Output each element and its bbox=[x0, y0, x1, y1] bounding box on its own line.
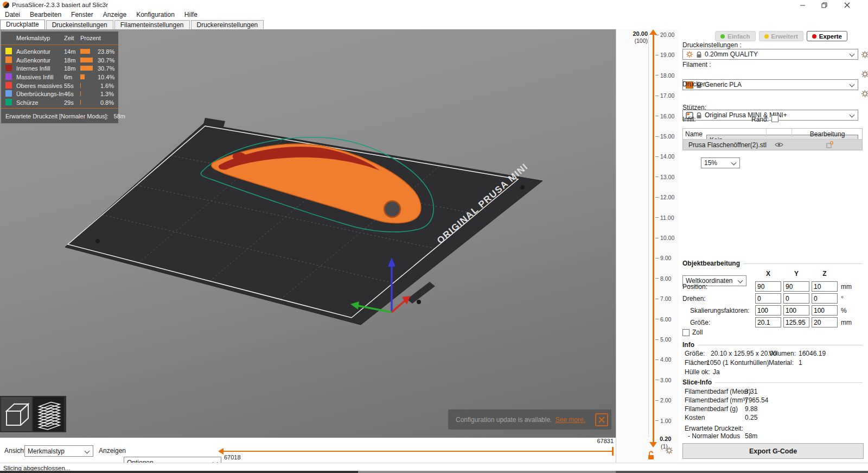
legend-header-type: Merkmalstyp bbox=[16, 35, 64, 41]
value-x-input[interactable] bbox=[755, 281, 781, 292]
title-bar: PrusaSlicer-2.3.3 basiert auf Slic3r bbox=[0, 0, 868, 10]
tick-label: 4.00 bbox=[660, 356, 671, 363]
material-label: Material: bbox=[769, 359, 794, 367]
feature-color-swatch bbox=[5, 90, 12, 97]
view-select[interactable]: Merkmalstyp bbox=[24, 445, 93, 457]
close-button[interactable] bbox=[838, 0, 856, 10]
layers-icon bbox=[35, 399, 63, 430]
unit-label: mm bbox=[841, 319, 852, 326]
volume-value: 16046.19 bbox=[799, 350, 826, 357]
editor-view-thumbnail[interactable] bbox=[1, 397, 32, 431]
value-z-input[interactable] bbox=[812, 317, 838, 327]
menu-item[interactable]: Fenster bbox=[66, 10, 98, 20]
value-y-input[interactable] bbox=[783, 317, 809, 327]
legend-row: Internes Infill 18m 30.7% bbox=[5, 64, 114, 73]
mode-button[interactable]: Einfach bbox=[715, 31, 756, 41]
infill-select[interactable]: 15% bbox=[701, 157, 740, 168]
mode-button[interactable]: Experte bbox=[807, 31, 847, 41]
legend-rows: Außenkontur 14m 23.8% Außenkontur 18m 30… bbox=[5, 47, 114, 107]
volume-label: Volumen: bbox=[769, 350, 796, 357]
tick-dash bbox=[655, 380, 659, 380]
value-x-input[interactable] bbox=[755, 293, 781, 304]
tick-dash bbox=[655, 258, 659, 258]
tick-label: 19.00 bbox=[660, 52, 674, 58]
tick-dash bbox=[655, 176, 659, 177]
slice-info-label: Filamentbedarf (g) bbox=[685, 405, 738, 413]
feature-percent: 0.8% bbox=[98, 99, 114, 106]
tick-dash bbox=[655, 55, 659, 55]
tick-dash bbox=[655, 400, 659, 401]
value-x-input[interactable] bbox=[755, 317, 781, 327]
export-gcode-button[interactable]: Export G-Code bbox=[682, 443, 864, 459]
filament-gear-icon[interactable] bbox=[861, 70, 868, 78]
legend-row: Oberes massives Infill 55s 1.6% bbox=[5, 81, 114, 90]
3d-viewport[interactable]: ORIGINAL PRUSA MINI Merkmalstyp Zeit Pro… bbox=[0, 29, 616, 438]
layer-slider-track[interactable] bbox=[653, 34, 654, 446]
show-label: Anzeigen bbox=[99, 447, 126, 455]
value-z-input[interactable] bbox=[812, 281, 838, 292]
value-z-input[interactable] bbox=[812, 293, 838, 304]
layer-slider-minor-ticks bbox=[648, 35, 649, 437]
tick-dash bbox=[655, 299, 659, 299]
mode-button[interactable]: Erweitert bbox=[759, 31, 803, 41]
tab[interactable]: Filamenteinstellungen bbox=[114, 20, 190, 29]
shell-label: Hülle ok: bbox=[685, 368, 710, 376]
feature-type-legend: Merkmalstyp Zeit Prozent Außenkontur 14m… bbox=[1, 31, 118, 123]
tab[interactable]: Druckeinstellungen bbox=[46, 20, 113, 29]
menu-item[interactable]: Konfiguration bbox=[131, 10, 180, 20]
object-row[interactable]: Prusa Flaschenöffner(2).stl bbox=[683, 140, 862, 150]
tick-dash bbox=[655, 360, 659, 360]
menu-item[interactable]: Datei bbox=[0, 10, 25, 20]
slice-info-row: Filamentbedarf (Meter) 3.31 bbox=[682, 388, 863, 396]
tick-label: 2.00 bbox=[660, 397, 671, 403]
edit-instances-icon[interactable] bbox=[826, 141, 833, 149]
feature-bar bbox=[80, 58, 93, 62]
value-z-input[interactable] bbox=[812, 305, 838, 316]
tab[interactable]: Druckplatte bbox=[0, 20, 45, 29]
info-title: Info bbox=[682, 341, 694, 349]
legend-header-time: Zeit bbox=[64, 35, 80, 41]
tick-dash bbox=[655, 116, 659, 116]
notification-link[interactable]: See more. bbox=[555, 416, 585, 424]
menu-bar: DateiBearbeitenFensterAnzeigeKonfigurati… bbox=[0, 10, 868, 20]
value-y-input[interactable] bbox=[783, 281, 809, 292]
feature-bar bbox=[80, 100, 81, 105]
value-y-input[interactable] bbox=[783, 305, 809, 316]
layer-slider-lower-handle[interactable] bbox=[649, 442, 657, 447]
notification-close-button[interactable] bbox=[595, 413, 608, 426]
value-y-input[interactable] bbox=[783, 293, 809, 304]
tick-label: 9.00 bbox=[660, 255, 671, 261]
inches-row: Zoll bbox=[682, 329, 703, 336]
printer-select[interactable]: Original Prusa MINI & MINI+ bbox=[682, 110, 858, 121]
print-settings-select[interactable]: 0.20mm QUALITY bbox=[682, 49, 858, 60]
print-settings-gear-icon[interactable] bbox=[861, 51, 868, 59]
tick-label: 12.00 bbox=[660, 194, 674, 200]
inches-checkbox[interactable] bbox=[682, 329, 690, 336]
feature-time: 18m bbox=[64, 57, 80, 64]
value-x-input[interactable] bbox=[755, 305, 781, 316]
minimize-button[interactable] bbox=[793, 0, 812, 10]
slider-settings-gear-icon[interactable] bbox=[665, 446, 673, 455]
print-settings-value: 0.20mm QUALITY bbox=[705, 51, 758, 58]
menu-item[interactable]: Bearbeiten bbox=[25, 10, 66, 20]
feature-time: 55s bbox=[64, 83, 80, 89]
mode-label: Erweitert bbox=[771, 33, 798, 40]
eye-icon[interactable] bbox=[775, 142, 783, 148]
move-slider-track[interactable] bbox=[222, 451, 614, 452]
restore-button[interactable] bbox=[815, 0, 833, 10]
menu-item[interactable]: Hilfe bbox=[180, 10, 202, 20]
tab[interactable]: Druckereinstellungen bbox=[191, 20, 264, 29]
feature-color-swatch bbox=[5, 73, 12, 80]
preview-view-thumbnail[interactable] bbox=[33, 397, 64, 431]
axis-header: Y bbox=[783, 270, 809, 278]
menu-item[interactable]: Anzeige bbox=[98, 10, 131, 20]
estimated-time-label: Erwartete Druckzeit [Normaler Modus]: bbox=[5, 113, 108, 119]
tick-label: 7.00 bbox=[660, 295, 671, 302]
brim-checkbox[interactable] bbox=[771, 115, 778, 122]
printer-gear-icon[interactable] bbox=[861, 90, 868, 98]
legend-row: Überbrückungs-Infill 46s 1.3% bbox=[5, 90, 114, 98]
inches-label: Zoll bbox=[692, 329, 703, 336]
lock-icon bbox=[696, 112, 702, 119]
unlock-icon[interactable] bbox=[647, 451, 655, 461]
mode-label: Einfach bbox=[727, 33, 750, 40]
